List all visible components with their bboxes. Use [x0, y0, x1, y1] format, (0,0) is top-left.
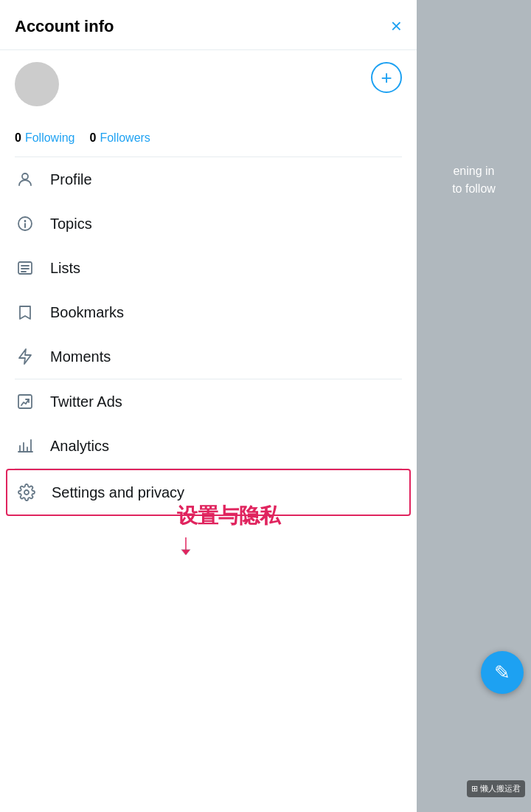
signin-text: ening into follow: [445, 162, 503, 198]
tweet-fab[interactable]: ✎: [481, 651, 524, 694]
following-stat[interactable]: 0 Following: [15, 131, 75, 145]
menu-label-moments: Moments: [50, 348, 111, 365]
menu-item-bookmarks[interactable]: Bookmarks: [0, 290, 417, 334]
menu-item-lists[interactable]: Lists: [0, 246, 417, 290]
topics-icon: [15, 213, 35, 234]
add-account-button[interactable]: +: [371, 62, 402, 93]
wechat-badge: ⊞ 懒人搬运君: [467, 780, 525, 797]
menu-list: Profile Topics Lists Bookmarks: [0, 157, 417, 812]
menu-label-lists: Lists: [50, 260, 80, 277]
svg-point-15: [24, 490, 29, 495]
menu-label-settings: Settings and privacy: [52, 484, 184, 501]
sidebar-header: Account info ×: [0, 0, 417, 50]
menu-item-topics[interactable]: Topics: [0, 202, 417, 246]
menu-label-topics: Topics: [50, 216, 92, 233]
ads-icon: [15, 391, 35, 412]
right-panel: ening into follow ✎ ⊞ 懒人搬运君: [417, 0, 531, 812]
following-label: Following: [25, 131, 75, 145]
analytics-icon: [15, 436, 35, 456]
menu-item-settings[interactable]: Settings and privacy: [6, 469, 411, 516]
menu-label-analytics: Analytics: [50, 438, 109, 455]
menu-item-twitter-ads[interactable]: Twitter Ads: [0, 379, 417, 424]
moments-icon: [15, 346, 35, 367]
followers-label: Followers: [100, 131, 150, 145]
svg-point-0: [22, 173, 28, 179]
menu-item-moments[interactable]: Moments: [0, 334, 417, 379]
wechat-icon: ⊞: [471, 784, 478, 793]
sidebar: Account info × + 0 Following 0 Followers…: [0, 0, 417, 812]
followers-count: 0: [90, 131, 97, 145]
menu-label-profile: Profile: [50, 171, 92, 188]
settings-icon: [16, 482, 37, 503]
profile-area: +: [0, 50, 417, 125]
tweet-fab-icon: ✎: [494, 661, 510, 684]
menu-item-analytics[interactable]: Analytics: [0, 424, 417, 468]
lists-icon: [15, 258, 35, 278]
following-count: 0: [15, 131, 21, 145]
menu-item-profile[interactable]: Profile: [0, 157, 417, 202]
followers-stat[interactable]: 0 Followers: [90, 131, 150, 145]
close-icon[interactable]: ×: [391, 15, 402, 38]
menu-label-twitter-ads: Twitter Ads: [50, 393, 122, 410]
follow-stats: 0 Following 0 Followers: [0, 125, 417, 156]
bookmarks-icon: [15, 302, 35, 323]
menu-label-bookmarks: Bookmarks: [50, 304, 124, 321]
avatar: [15, 62, 59, 106]
svg-point-2: [25, 221, 26, 221]
svg-rect-7: [18, 395, 32, 408]
sidebar-title: Account info: [15, 17, 114, 36]
person-icon: [15, 169, 35, 190]
